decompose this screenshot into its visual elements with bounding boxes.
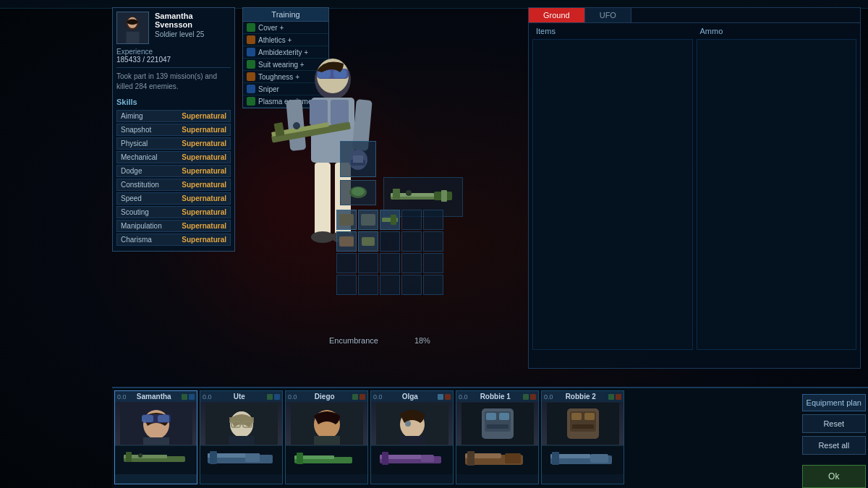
robbie2-icon-2 [616, 394, 621, 400]
svg-rect-90 [584, 413, 595, 420]
robbie1-portrait [456, 402, 538, 445]
tab-ground[interactable]: Ground [529, 8, 585, 22]
svg-rect-64 [314, 436, 340, 445]
diego-name: Diego [315, 393, 335, 401]
skill-constitution-value: Supernatural [182, 181, 226, 189]
ammo-grid[interactable] [697, 39, 857, 350]
grid-slot-14[interactable] [401, 253, 422, 273]
items-column: Items [532, 27, 693, 350]
svg-rect-36 [361, 214, 375, 226]
slot-item-4 [359, 232, 378, 251]
small-item-icon [346, 184, 371, 202]
svg-rect-35 [339, 214, 354, 226]
slot-item-2 [359, 210, 378, 229]
skill-aiming: Aiming Supernatural [116, 110, 231, 122]
robbie1-icon-1 [523, 394, 529, 400]
ok-button[interactable]: Ok [802, 465, 866, 488]
grid-slot-8[interactable] [380, 231, 400, 252]
grid-slot-2[interactable] [358, 210, 378, 230]
svg-rect-54 [229, 436, 255, 445]
skill-scouting-name: Scouting [121, 208, 149, 216]
reset-button[interactable]: Reset [802, 414, 866, 433]
robbie2-equipment [542, 445, 624, 474]
skills-title: Skills [116, 98, 231, 106]
avatar-svg [117, 12, 148, 44]
skill-manipulation: Manipulation Supernatural [116, 220, 231, 232]
soldier-card-ute[interactable]: 0.0 Ute [200, 390, 283, 484]
reset-all-button[interactable]: Reset all [802, 436, 866, 455]
svg-point-28 [352, 187, 365, 196]
ute-icons [267, 394, 280, 400]
ute-icon-1 [267, 394, 273, 400]
diego-icon-2 [359, 394, 365, 400]
grid-slot-1[interactable] [336, 210, 357, 230]
tab-ufo[interactable]: UFO [585, 8, 631, 22]
svg-rect-89 [571, 413, 582, 420]
skill-charisma: Charisma Supernatural [116, 234, 231, 246]
svg-rect-80 [499, 413, 509, 420]
svg-rect-79 [486, 413, 496, 420]
experience-label: Experience [116, 48, 231, 56]
action-buttons-area: Equipment plan Reset Reset all Ok [802, 390, 866, 486]
skill-snapshot-value: Supernatural [182, 126, 226, 134]
grid-slot-9[interactable] [401, 231, 422, 252]
slot-item-3 [337, 232, 356, 251]
robbie1-weapon-svg [461, 448, 534, 473]
character-panel: Samantha Svensson Soldier level 25 Exper… [112, 7, 235, 252]
grid-slot-15[interactable] [423, 253, 443, 273]
svg-rect-60 [210, 451, 217, 464]
encumbrance-label: Encumbrance [329, 336, 378, 345]
olga-name: Olga [402, 393, 418, 401]
grid-slot-6[interactable] [336, 231, 357, 252]
grid-slot-5[interactable] [423, 210, 443, 230]
item-slot-1[interactable] [340, 180, 376, 205]
grid-slot-18[interactable] [380, 275, 400, 295]
grid-slot-10[interactable] [423, 231, 443, 252]
equipment-grid [336, 210, 443, 295]
soldier-card-samantha[interactable]: 0.0 Samantha [114, 390, 197, 484]
svg-rect-85 [467, 451, 475, 466]
skill-mechanical-name: Mechanical [121, 153, 158, 161]
grid-slot-19[interactable] [401, 275, 422, 295]
grid-slot-4[interactable] [401, 210, 422, 230]
grid-slot-3[interactable] [380, 210, 400, 230]
soldier-card-diego[interactable]: 0.0 Diego [285, 390, 368, 484]
training-cover[interactable]: Cover + [243, 22, 328, 34]
card-header-robbie1: 0.0 Robbie 1 [456, 391, 538, 402]
skill-mechanical-value: Supernatural [182, 153, 226, 161]
soldier-card-robbie2[interactable]: 0.0 Robbie 2 [541, 390, 624, 484]
robbie2-portrait [542, 402, 624, 445]
svg-rect-16 [315, 163, 331, 235]
samantha-icon-1 [182, 394, 187, 400]
diego-num: 0.0 [288, 393, 297, 401]
grid-slot-12[interactable] [358, 253, 378, 273]
skill-speed: Speed Supernatural [116, 192, 231, 205]
grid-slot-17[interactable] [358, 275, 378, 295]
olga-equipment [371, 445, 453, 474]
training-cover-icon [247, 23, 255, 32]
svg-rect-46 [143, 437, 169, 445]
inventory-tabs: Ground UFO [529, 8, 860, 23]
grid-slot-16[interactable] [336, 275, 357, 295]
items-grid[interactable] [532, 39, 693, 350]
skill-manipulation-name: Manipulation [121, 222, 162, 230]
grid-slot-11[interactable] [336, 253, 357, 273]
ute-num: 0.0 [203, 393, 212, 401]
soldier-card-robbie1[interactable]: 0.0 Robbie 1 [456, 390, 539, 484]
svg-rect-94 [590, 454, 608, 463]
olga-icon-1 [438, 394, 443, 400]
grid-slot-13[interactable] [380, 253, 400, 273]
svg-rect-45 [158, 415, 169, 422]
helmet-slot[interactable] [340, 141, 376, 177]
olga-icon-2 [445, 394, 451, 400]
ammo-column-title: Ammo [697, 27, 857, 35]
equipment-plan-button[interactable]: Equipment plan [802, 394, 866, 411]
encumbrance-value: 18% [414, 336, 430, 345]
robbie2-num: 0.0 [544, 393, 553, 401]
grid-slot-7[interactable] [358, 231, 378, 252]
olga-num: 0.0 [373, 393, 383, 401]
svg-rect-40 [362, 237, 375, 246]
soldier-card-olga[interactable]: 0.0 Olga [370, 390, 454, 484]
soldier-stats: Took part in 139 mission(s) and killed 2… [116, 67, 231, 92]
grid-slot-20[interactable] [423, 275, 443, 295]
